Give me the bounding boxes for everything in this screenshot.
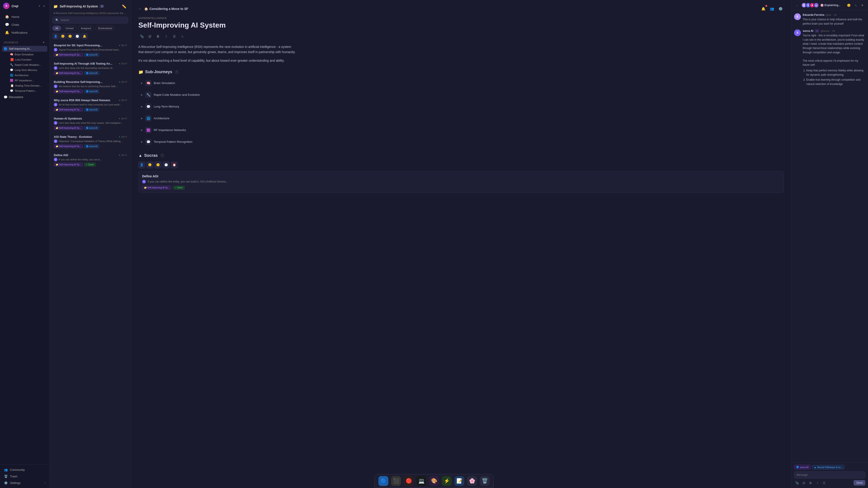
filter-clock-icon[interactable]: 🕐 [74, 33, 81, 39]
italic-button[interactable]: I [814, 480, 820, 486]
sub-journey-loss-function[interactable]: 🟥 Loss Function [2, 57, 47, 62]
side-chat-emoji-button[interactable]: 😊 [846, 2, 852, 8]
sub-journey-architecture[interactable]: 🌐 Architecture [2, 73, 47, 78]
sidebar-collapse-button[interactable]: « [42, 4, 46, 8]
sub-journey-rapid-code-mutation[interactable]: 🔧 Rapid Code Mutation... [2, 62, 47, 67]
sidebar-item-trash[interactable]: 🗑️ Trash [2, 473, 48, 480]
sub-journey-rf-impedance[interactable]: 🟪 RF Impedance... [2, 78, 47, 83]
dock-item-terminal[interactable]: 💻 [416, 476, 426, 486]
socras-clock-btn[interactable]: 🕐 [163, 162, 169, 168]
search-input[interactable] [61, 19, 125, 22]
socras-info-icon[interactable]: ? [160, 154, 164, 157]
filter-smile-icon[interactable]: 🙂 [67, 33, 73, 39]
filter-assigned[interactable]: Assigned [78, 26, 94, 31]
users-button[interactable]: 👥 [769, 5, 775, 12]
filter-all[interactable]: All [53, 26, 61, 31]
journeys-header: Journeys + [2, 39, 47, 46]
message-input[interactable] [797, 473, 863, 477]
search-bar: 🔍 [53, 17, 128, 24]
dock-item-creativety[interactable]: ⚡ [442, 476, 452, 486]
sub-journey-brain-simulation[interactable]: 🧠 Brain Simulation [2, 52, 47, 57]
add-journey-button[interactable]: + [41, 40, 46, 45]
socras-alarm-btn[interactable]: ⏰ [171, 162, 178, 168]
dock-item-photos[interactable]: 🌸 [467, 476, 477, 486]
chat-tags: 📁 Self-Improving AI Sy... 🔵 socra AI [54, 90, 127, 93]
sub-journey-temporal-label: Temporal Pattern... [15, 90, 37, 92]
tag-label: socra AI [800, 466, 809, 468]
list-button[interactable]: ☰ [171, 33, 178, 40]
dock-item-trash[interactable]: 🗑️ [480, 476, 490, 486]
chat-item[interactable]: Building Recursive Self-Improving... ● J… [52, 78, 129, 96]
chat-list-title-text: Self-Improving AI System [60, 4, 98, 8]
sub-journey-brain-simulation-row[interactable]: ▶ 🧠 Brain Simulation [138, 78, 784, 88]
sub-journey-temporal-pattern[interactable]: 💬 Temporal Pattern... [2, 88, 47, 93]
preview-avatar: S [54, 121, 57, 125]
dock-item-figma[interactable]: 🎨 [429, 476, 439, 486]
sidebar-item-home[interactable]: 🏠 Home [1, 13, 48, 21]
chat-tags: 📁 Self-Improving AI Sy... 🔵 socra AI [54, 126, 127, 130]
chat-item[interactable]: AGI State Theory - Evolution ● Jan 4 S O… [52, 133, 129, 151]
sub-journey-rapid-code-row[interactable]: ▶ 🔧 Rapid Code Mutation and Evolution [138, 90, 784, 100]
socras-user-btn[interactable]: 👤 [138, 162, 145, 168]
sub-journey-long-term-memory[interactable]: 💬 Long-Term Memory [2, 68, 47, 72]
sub-journey-temporal-pattern-row[interactable]: ▶ 💬 Temporal Pattern Recognition [138, 137, 784, 147]
expand-button[interactable]: ⤡ [179, 33, 186, 40]
define-agi-card[interactable]: Define AGI S If you can define the entit… [138, 171, 784, 193]
settings-button[interactable]: ⚙️ [777, 5, 784, 12]
journey-item-self-improving-ai[interactable]: 🔵 Self-Improving AI... [2, 46, 47, 52]
chat-item[interactable]: Blueprint for SII: Input Processing... ●… [52, 41, 129, 59]
filter-emoji-icon[interactable]: 😊 [60, 33, 66, 39]
edit-chat-button[interactable]: ✏️ [121, 3, 127, 9]
sidebar-item-chats[interactable]: 💬 Chats [1, 21, 48, 29]
sidebar-item-settings[interactable]: ⚙️ Settings ? [2, 480, 48, 486]
sidebar-item-notifications[interactable]: 🔔 Notifications [1, 29, 48, 36]
sub-journey-icon-wrap: 🌐 [145, 115, 151, 122]
socras-emoji-btn[interactable]: 😊 [147, 162, 153, 168]
attach-file-button[interactable]: 📎 [794, 480, 800, 486]
filter-bookmarked[interactable]: Bookmarked [95, 26, 115, 31]
sub-journey-analog-time[interactable]: 📋 Analog Time-Domain... [2, 83, 47, 88]
sub-journey-rf-impedance-row[interactable]: ▶ 🟪 RF Impedance Networks [138, 125, 784, 135]
dock-item-arc[interactable]: 🔴 [404, 476, 414, 486]
side-chat-back-button[interactable]: ← [794, 2, 800, 8]
rapid-code-icon: 🔧 [10, 63, 13, 66]
user-tag: 🔵 socra AI [84, 71, 99, 75]
filter-user-icon[interactable]: 👤 [53, 33, 59, 39]
filter-bell-icon[interactable]: 🔔 [81, 33, 88, 39]
socras-smile-btn[interactable]: 🙂 [155, 162, 161, 168]
sub-journey-architecture-row[interactable]: ▶ 🌐 Architecture [138, 113, 784, 123]
side-chat-title: 🌸 Explaining... [820, 4, 844, 7]
dock-item-finder[interactable]: 🔵 [378, 476, 388, 486]
user-profile[interactable]: A @agi ▾ « [0, 0, 50, 12]
chat-item[interactable]: Self-Improving AI Through A/B Testing An… [52, 60, 129, 77]
journey-item-discussions[interactable]: 💬 Discussions [2, 94, 47, 100]
dock-item-launchpad[interactable]: ⬛ [391, 476, 401, 486]
mention-button[interactable]: @ [147, 33, 153, 40]
back-button[interactable]: ← [138, 7, 142, 11]
send-button[interactable]: Send [854, 480, 865, 486]
socra-ai-tag[interactable]: 🔵 socra AI [794, 465, 811, 469]
bold-button[interactable]: B [808, 480, 813, 486]
tag-icon: 🔵 [796, 466, 799, 468]
side-chat-collapse-button[interactable]: ▼ [860, 2, 865, 8]
dock-item-scrivener[interactable]: 📝 [454, 476, 464, 486]
filter-unread[interactable]: Unread [62, 26, 76, 31]
attach-button[interactable]: 📎 [138, 33, 145, 40]
side-chat-expand-button[interactable]: ⤡ [852, 2, 859, 8]
journeys-section: Journeys + 🔵 Self-Improving AI... 🧠 Brai… [0, 37, 50, 101]
list-button[interactable]: ☰ [821, 480, 827, 486]
message-body: Eduarda Ferreira @ed · 2M This is your c… [803, 13, 865, 26]
mention-button[interactable]: @ [801, 480, 807, 486]
bold-button[interactable]: B [155, 33, 161, 40]
sidebar-item-community[interactable]: 👥 Community [2, 466, 48, 473]
chat-item[interactable]: Human-AI Symbiosis ● Jan 8 S Let's dive … [52, 115, 129, 132]
status-dot: ● [119, 99, 120, 101]
chat-item-define-agi[interactable]: Define AGI ● Jan 4 S If you can define t… [52, 151, 129, 169]
sub-journey-long-term-memory-row[interactable]: ▶ 💬 Long-Term Memory [138, 102, 784, 111]
neural-pathways-tag[interactable]: ▲ Neural Pathways & so... [812, 465, 844, 469]
sub-journeys-info-icon[interactable]: ? [175, 70, 179, 74]
italic-button[interactable]: I [163, 33, 169, 40]
status-dot: ● [119, 81, 120, 83]
figma-icon: 🎨 [431, 478, 437, 484]
chat-item[interactable]: Why socra RSII Will Always Need Humans ●… [52, 96, 129, 114]
